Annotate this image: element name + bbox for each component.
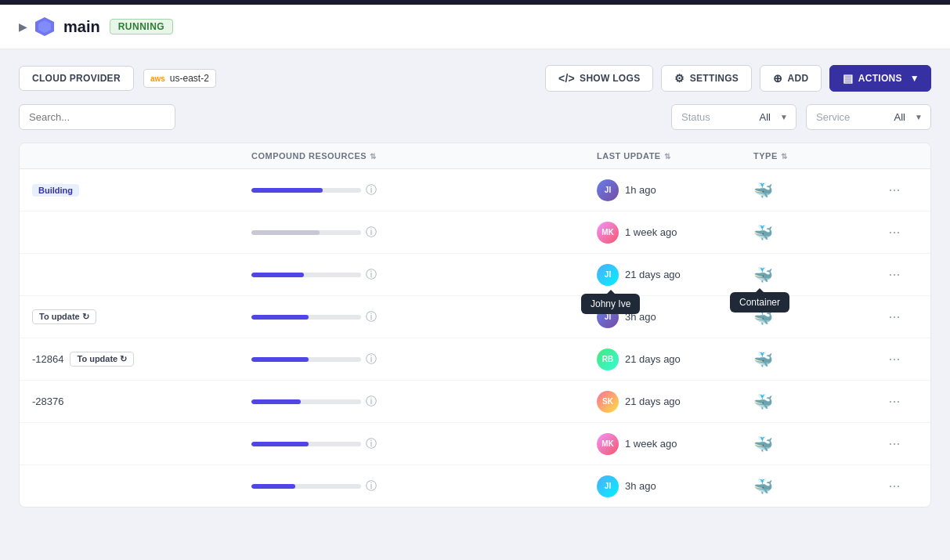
toolbar: CLOUD PROVIDER aws us-east-2 </> SHOW LO…: [19, 65, 931, 92]
info-icon[interactable]: ⓘ: [366, 352, 377, 367]
cloud-provider-button[interactable]: CLOUD PROVIDER: [19, 66, 134, 91]
chevron-down-icon: ▼: [910, 73, 919, 84]
status-filter[interactable]: Status All ▼: [671, 104, 796, 130]
row-menu-button[interactable]: ···: [882, 179, 906, 201]
table-row: -28376 ⓘ SK 21 days ago 🐳 ···: [20, 381, 930, 423]
expand-icon[interactable]: ▶: [19, 20, 27, 33]
last-update-cell: SK 21 days ago: [597, 391, 753, 413]
add-button[interactable]: ⊕ ADD: [760, 65, 822, 92]
docker-icon: 🐳: [753, 392, 773, 411]
info-icon[interactable]: ⓘ: [366, 479, 377, 493]
sort-icon: ⇅: [781, 152, 788, 161]
info-icon[interactable]: ⓘ: [366, 395, 377, 409]
status-badge: RUNNING: [110, 19, 174, 34]
docker-icon: 🐳: [753, 223, 773, 242]
cloud-provider-label: CLOUD PROVIDER: [32, 73, 121, 84]
type-cell: 🐳: [753, 392, 871, 411]
type-cell: 🐳: [753, 181, 871, 200]
service-filter[interactable]: Service All ▼: [806, 104, 931, 130]
type-cell: 🐳: [753, 350, 871, 369]
avatar: JI: [597, 475, 619, 497]
table-row: To update ↻ ⓘ JI 3h ago 🐳 ···: [20, 296, 930, 338]
settings-label: SETTINGS: [690, 73, 739, 84]
settings-button[interactable]: ⚙ SETTINGS: [661, 65, 752, 92]
aws-logo: aws: [150, 74, 165, 83]
aws-badge: aws us-east-2: [143, 69, 216, 88]
docker-icon: 🐳: [753, 266, 773, 284]
sort-icon: ⇅: [664, 152, 671, 161]
col-name: [32, 151, 251, 161]
chevron-down-icon: ▼: [915, 113, 923, 121]
app-icon: [34, 16, 56, 38]
docker-icon: 🐳: [753, 477, 773, 496]
progress-fill: [251, 188, 323, 193]
avatar: MK: [597, 433, 619, 455]
progress-bar: [251, 484, 361, 489]
actions-cell: ···: [871, 305, 918, 328]
row-menu-button[interactable]: ···: [882, 390, 906, 413]
progress-bar: [251, 357, 361, 362]
show-logs-button[interactable]: </> SHOW LOGS: [545, 65, 654, 92]
code-icon: </>: [558, 72, 575, 85]
progress-fill: [251, 315, 309, 320]
progress-fill: [251, 230, 320, 235]
table-row: ⓘ JI 3h ago 🐳 ···: [20, 465, 930, 507]
last-update-cell: JI 3h ago: [597, 306, 753, 328]
table-row: -12864 To update ↻ ⓘ RB 21 days ago 🐳: [20, 338, 930, 381]
main-content: CLOUD PROVIDER aws us-east-2 </> SHOW LO…: [0, 49, 950, 523]
row-menu-button[interactable]: ···: [882, 475, 906, 497]
update-time: 21 days ago: [625, 269, 681, 280]
service-value: All: [894, 111, 905, 123]
row-menu-button[interactable]: ···: [882, 263, 906, 286]
last-update-cell: JI 1h ago: [597, 179, 753, 201]
progress-cell: ⓘ: [251, 183, 597, 197]
progress-bar: [251, 399, 361, 404]
row-name-cell: -12864 To update ↻: [32, 352, 251, 367]
info-icon[interactable]: ⓘ: [366, 437, 377, 451]
actions-cell: ···: [871, 390, 918, 413]
actions-label: ACTIONS: [858, 73, 902, 84]
table-header: COMPOUND RESOURCES ⇅ LAST UPDATE ⇅ TYPE …: [20, 143, 930, 169]
row-name-cell: To update ↻: [32, 309, 251, 324]
col-actions: [871, 151, 918, 161]
progress-bar: [251, 315, 361, 320]
type-cell: 🐳 Container: [753, 266, 871, 284]
resources-table: COMPOUND RESOURCES ⇅ LAST UPDATE ⇅ TYPE …: [19, 143, 931, 508]
progress-bar: [251, 273, 361, 277]
row-name-cell: -28376: [32, 396, 251, 407]
row-menu-button[interactable]: ···: [882, 348, 906, 370]
actions-cell: ···: [871, 179, 918, 201]
aws-region: us-east-2: [170, 73, 209, 84]
row-name-cell: Building: [32, 184, 251, 197]
row-menu-button[interactable]: ···: [882, 305, 906, 328]
progress-cell: ⓘ: [251, 226, 597, 240]
search-input[interactable]: [19, 104, 175, 130]
progress-cell: ⓘ: [251, 479, 597, 493]
table-row: ⓘ MK 1 week ago 🐳 ···: [20, 423, 930, 465]
status-value: All: [760, 111, 771, 123]
progress-bar: [251, 188, 361, 193]
avatar: JI: [597, 264, 619, 286]
info-icon[interactable]: ⓘ: [366, 268, 377, 282]
update-time: 3h ago: [625, 480, 656, 492]
avatar: RB: [597, 349, 619, 370]
progress-bar: [251, 230, 361, 235]
avatar: SK: [597, 391, 619, 413]
avatar: MK: [597, 222, 619, 244]
progress-fill: [251, 442, 309, 446]
info-icon[interactable]: ⓘ: [366, 310, 377, 324]
row-menu-button[interactable]: ···: [882, 221, 906, 244]
progress-cell: ⓘ: [251, 268, 597, 282]
row-menu-button[interactable]: ···: [882, 432, 906, 455]
progress-cell: ⓘ: [251, 395, 597, 409]
info-icon[interactable]: ⓘ: [366, 226, 377, 240]
info-icon[interactable]: ⓘ: [366, 183, 377, 197]
actions-cell: ···: [871, 348, 918, 370]
last-update-cell: JI 3h ago: [597, 475, 753, 497]
actions-cell: ···: [871, 221, 918, 244]
update-time: 21 days ago: [625, 353, 681, 365]
actions-button[interactable]: ▤ ACTIONS ▼: [829, 65, 931, 92]
service-label: Service: [816, 111, 850, 123]
status-badge: To update ↻: [32, 309, 96, 324]
type-cell: 🐳: [753, 223, 871, 242]
